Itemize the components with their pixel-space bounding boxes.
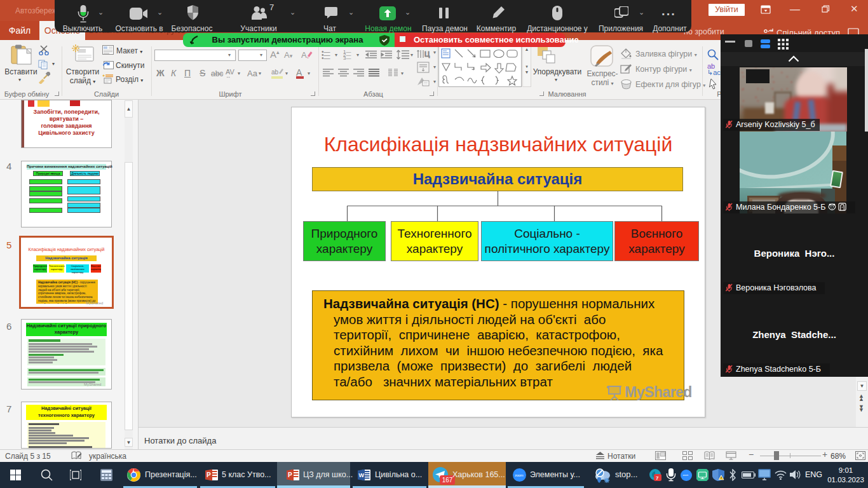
svg-text:ab: ab bbox=[271, 69, 279, 76]
svg-text:P: P bbox=[288, 471, 292, 478]
svg-text:P: P bbox=[207, 471, 211, 478]
svg-text:W: W bbox=[359, 472, 365, 478]
svg-text:7: 7 bbox=[656, 475, 659, 481]
svg-text:zoom: zoom bbox=[515, 473, 524, 477]
svg-text:А: А bbox=[301, 50, 307, 60]
svg-text:Ц: Ц bbox=[424, 50, 430, 58]
